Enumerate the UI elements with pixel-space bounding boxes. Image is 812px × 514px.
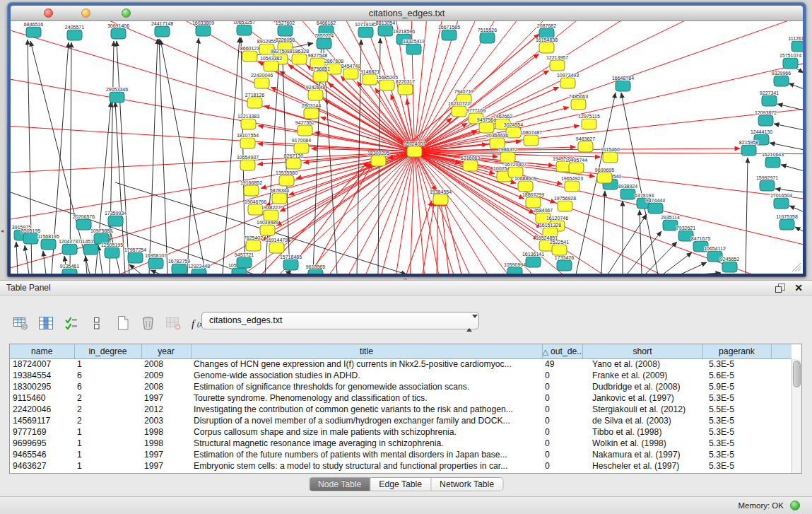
- graph-node[interactable]: [264, 210, 278, 221]
- graph-node[interactable]: [240, 138, 255, 148]
- graph-node[interactable]: [363, 74, 377, 85]
- graph-node[interactable]: [237, 257, 252, 268]
- column-header-pagerank[interactable]: pagerank: [702, 344, 771, 358]
- graph-node[interactable]: [774, 198, 789, 209]
- graph-node[interactable]: [550, 60, 565, 71]
- graph-node[interactable]: [378, 25, 393, 36]
- network-canvas[interactable]: 1872400768465162405571306914062441714816…: [11, 21, 803, 274]
- graph-node[interactable]: [308, 269, 323, 274]
- graph-node[interactable]: [237, 25, 252, 35]
- graph-node[interactable]: [792, 41, 803, 52]
- table-row[interactable]: 1872400712008Changes of HCN gene express…: [10, 358, 792, 370]
- table-row[interactable]: 946554611997Estimation of the future num…: [10, 449, 792, 460]
- network-graph[interactable]: 1872400768465162405571306914062441714816…: [11, 21, 803, 274]
- graph-node[interactable]: [463, 160, 478, 171]
- tab-node-table[interactable]: Node Table: [310, 478, 370, 491]
- graph-node[interactable]: [105, 247, 119, 258]
- graph-node[interactable]: [148, 258, 163, 269]
- graph-node[interactable]: [41, 239, 56, 250]
- graph-node[interactable]: [603, 152, 618, 163]
- graph-node[interactable]: [758, 115, 773, 126]
- graph-node[interactable]: [620, 189, 635, 199]
- graph-node[interactable]: [578, 141, 593, 152]
- graph-node[interactable]: [62, 269, 77, 274]
- graph-node[interactable]: [433, 194, 448, 205]
- graph-node[interactable]: [506, 127, 521, 138]
- graph-node[interactable]: [557, 260, 572, 271]
- table-row[interactable]: 977716911998Corpus callosum shape and si…: [10, 426, 792, 438]
- graph-node[interactable]: [358, 27, 373, 37]
- graph-node[interactable]: [407, 146, 422, 157]
- column-select-button[interactable]: [37, 315, 54, 331]
- graph-node[interactable]: [260, 225, 275, 235]
- graph-node[interactable]: [539, 42, 554, 53]
- graph-node[interactable]: [279, 175, 294, 186]
- graph-node[interactable]: [343, 69, 358, 79]
- table-select-dropdown[interactable]: citations_edges.txt: [201, 312, 479, 329]
- network-window-titlebar[interactable]: citations_edges.txt: [11, 6, 803, 21]
- tab-edge-table[interactable]: Edge Table: [370, 478, 430, 491]
- graph-node[interactable]: [298, 125, 312, 136]
- graph-node[interactable]: [774, 76, 789, 86]
- graph-node[interactable]: [722, 262, 737, 272]
- graph-node[interactable]: [83, 244, 98, 255]
- graph-node[interactable]: [67, 30, 82, 40]
- graph-node[interactable]: [304, 108, 319, 119]
- graph-node[interactable]: [524, 135, 539, 146]
- graph-node[interactable]: [232, 268, 247, 274]
- graph-node[interactable]: [241, 119, 256, 129]
- table-row[interactable]: 1938455462009Genome-wide association stu…: [10, 370, 792, 381]
- vertical-scrollbar[interactable]: [792, 359, 801, 473]
- graph-node[interactable]: [663, 220, 678, 230]
- graph-node[interactable]: [278, 25, 293, 36]
- graph-node[interactable]: [616, 81, 630, 91]
- graph-node[interactable]: [283, 259, 298, 270]
- new-document-button[interactable]: [114, 315, 131, 331]
- graph-node[interactable]: [269, 243, 284, 253]
- row-height-button[interactable]: [88, 315, 105, 331]
- graph-node[interactable]: [480, 33, 495, 43]
- graph-node[interactable]: [565, 181, 579, 192]
- graph-node[interactable]: [308, 90, 323, 100]
- graph-node[interactable]: [560, 78, 575, 88]
- graph-node[interactable]: [762, 95, 777, 106]
- graph-node[interactable]: [760, 180, 775, 191]
- table-row[interactable]: 911546021997Tourette syndrome. Phenomeno…: [10, 392, 792, 404]
- graph-node[interactable]: [765, 157, 780, 168]
- graph-node[interactable]: [254, 78, 269, 88]
- graph-node[interactable]: [172, 264, 187, 274]
- graph-node[interactable]: [479, 122, 494, 133]
- graph-node[interactable]: [246, 240, 261, 251]
- graph-node[interactable]: [518, 181, 533, 192]
- panel-collapse-arrow-icon[interactable]: ◂: [1, 228, 4, 234]
- graph-node[interactable]: [582, 119, 596, 129]
- graph-node[interactable]: [244, 185, 259, 196]
- column-header-year[interactable]: year: [141, 344, 191, 358]
- graph-node[interactable]: [272, 193, 287, 204]
- graph-node[interactable]: [294, 143, 309, 153]
- graph-node[interactable]: [248, 204, 263, 215]
- graph-node[interactable]: [108, 216, 123, 226]
- graph-node[interactable]: [240, 160, 255, 170]
- graph-node[interactable]: [442, 30, 457, 40]
- column-header-out_de[interactable]: △out_de...: [542, 344, 582, 358]
- graph-node[interactable]: [23, 233, 38, 244]
- graph-node[interactable]: [741, 145, 756, 156]
- graph-node[interactable]: [379, 80, 394, 90]
- graph-node[interactable]: [569, 163, 584, 173]
- graph-node[interactable]: [76, 219, 91, 230]
- graph-node[interactable]: [286, 158, 301, 169]
- graph-node[interactable]: [110, 92, 124, 103]
- graph-node[interactable]: [571, 99, 586, 110]
- graph-node[interactable]: [264, 61, 278, 71]
- graph-node[interactable]: [779, 219, 794, 230]
- graph-node[interactable]: [292, 54, 307, 64]
- graph-node[interactable]: [242, 51, 257, 62]
- table-row[interactable]: 2242004622012Investigating the contribut…: [10, 404, 792, 415]
- clear-table-disabled-button[interactable]: [165, 315, 182, 331]
- resize-grip-icon[interactable]: [790, 261, 801, 272]
- select-rows-button[interactable]: [63, 315, 80, 331]
- table-row[interactable]: 1830029562008Estimation of significance …: [10, 381, 792, 392]
- table-row[interactable]: 1456911722003Disruption of a novel membe…: [10, 415, 792, 426]
- graph-node[interactable]: [313, 71, 328, 82]
